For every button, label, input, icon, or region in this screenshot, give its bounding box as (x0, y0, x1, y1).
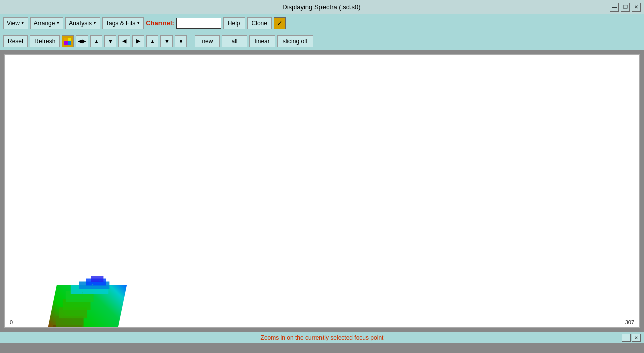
view-menu-arrow: ▼ (21, 21, 25, 25)
minimize-button[interactable]: — (610, 3, 619, 12)
title-bar: Displaying Spectra (.sd.s0) — ❐ ✕ (0, 0, 644, 14)
axis-label-left: 0 (10, 319, 13, 325)
right-icon-button[interactable]: ▶ (132, 35, 144, 47)
status-bar: Zooms in on the currently selected focus… (0, 332, 644, 343)
left-icon-button[interactable]: ◀ (118, 35, 130, 47)
svg-rect-3 (68, 41, 71, 45)
checkbox-button[interactable]: ✓ (274, 17, 286, 29)
down-icon-button[interactable]: ▼ (104, 35, 116, 47)
spectrum-visualization (5, 55, 639, 327)
status-message: Zooms in on the currently selected focus… (261, 334, 384, 341)
linear-button[interactable]: linear (249, 35, 275, 47)
status-close-button[interactable]: ✕ (632, 334, 641, 342)
up-icon-button[interactable]: ▲ (90, 35, 102, 47)
tags-fits-menu[interactable]: Tags & Fits ▼ (102, 17, 144, 29)
svg-rect-21 (68, 320, 69, 321)
down2-icon-button[interactable]: ▼ (160, 35, 173, 47)
svg-rect-25 (99, 280, 100, 281)
slicing-off-button[interactable]: slicing off (277, 35, 313, 47)
canvas-area: 0 307 (4, 54, 640, 328)
tags-fits-menu-arrow: ▼ (136, 21, 140, 25)
color-icon-button[interactable] (62, 35, 74, 47)
status-minimize-button[interactable]: — (622, 334, 631, 342)
analysis-menu-arrow: ▼ (93, 21, 97, 25)
all-button[interactable]: all (222, 35, 247, 47)
channel-label: Channel: (146, 19, 174, 27)
restore-button[interactable]: ❐ (621, 3, 630, 12)
help-button[interactable]: Help (223, 17, 245, 29)
analysis-menu[interactable]: Analysis ▼ (65, 17, 100, 29)
arrange-menu[interactable]: Arrange ▼ (30, 17, 64, 29)
svg-rect-17 (91, 276, 104, 282)
window-controls: — ❐ ✕ (610, 3, 641, 12)
channel-input[interactable] (176, 18, 221, 29)
status-controls: — ✕ (622, 334, 641, 342)
svg-rect-0 (64, 38, 68, 41)
refresh-button[interactable]: Refresh (30, 35, 60, 47)
toolbar-row1: View ▼ Arrange ▼ Analysis ▼ Tags & Fits … (0, 14, 644, 32)
toolbar-row2: Reset Refresh ◀▶ ▲ ▼ ◀ ▶ ▲ ▼ ■ new all l… (0, 32, 644, 50)
axis-label-right: 307 (625, 319, 634, 325)
svg-rect-22 (74, 305, 75, 306)
svg-rect-1 (68, 38, 71, 41)
new-button[interactable]: new (195, 35, 220, 47)
window-title: Displaying Spectra (.sd.s0) (33, 3, 610, 11)
svg-rect-23 (82, 292, 83, 293)
svg-rect-2 (64, 41, 68, 45)
square-icon-button[interactable]: ■ (175, 35, 187, 47)
svg-rect-24 (92, 284, 93, 285)
arrange-menu-arrow: ▼ (56, 21, 60, 25)
view-menu[interactable]: View ▼ (3, 17, 28, 29)
canvas-inner: 0 307 (5, 55, 639, 327)
close-button[interactable]: ✕ (632, 3, 641, 12)
clone-button[interactable]: Clone (247, 17, 272, 29)
reset-button[interactable]: Reset (3, 35, 28, 47)
prev-next-icon-button[interactable]: ◀▶ (76, 35, 88, 47)
up2-icon-button[interactable]: ▲ (146, 35, 158, 47)
